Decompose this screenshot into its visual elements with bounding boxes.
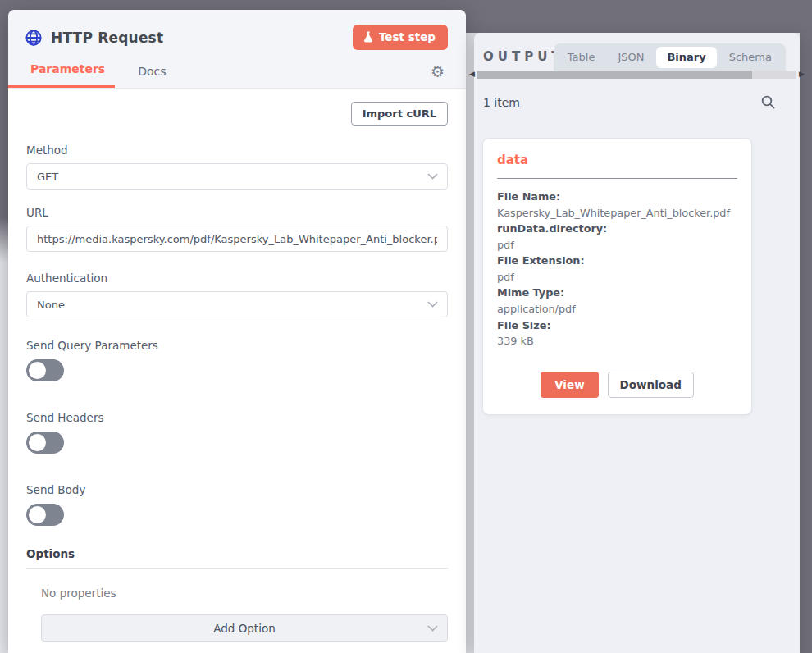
node-parameters-body: Import cURL Method GET URL Authenticatio…	[8, 89, 466, 653]
test-step-label: Test step	[379, 30, 436, 43]
toggle-knob	[29, 362, 46, 379]
send-query-parameters-label: Send Query Parameters	[26, 339, 448, 352]
method-value: GET	[37, 171, 58, 183]
globe-icon	[25, 29, 43, 47]
node-settings-panel: HTTP Request Test step Parameters Docs ⚙…	[8, 10, 466, 653]
meta-value: pdf	[497, 269, 737, 285]
options-heading: Options	[26, 547, 448, 569]
card-divider	[497, 178, 737, 179]
output-tab-binary[interactable]: Binary	[656, 47, 716, 68]
no-properties-text: No properties	[41, 587, 448, 600]
output-tab-json[interactable]: JSON	[607, 47, 655, 68]
node-title: HTTP Request	[51, 30, 163, 46]
url-input[interactable]	[26, 226, 448, 252]
scroll-right-arrow-icon[interactable]: ▶	[798, 71, 805, 78]
authentication-label: Authentication	[26, 272, 448, 285]
url-label: URL	[26, 206, 448, 219]
binary-meta-list: File Name: Kaspersky_Lab_Whitepaper_Anti…	[497, 189, 737, 349]
tab-parameters[interactable]: Parameters	[8, 62, 115, 88]
output-panel: OUTPUT Table JSON Binary Schema ◀ ▶ 1 it…	[474, 33, 800, 653]
node-tabs: Parameters Docs ⚙	[25, 62, 449, 88]
send-body-label: Send Body	[26, 483, 448, 496]
meta-value: Kaspersky_Lab_Whitepaper_Anti_blocker.pd…	[497, 205, 737, 221]
tab-docs[interactable]: Docs	[138, 65, 166, 88]
output-tab-table[interactable]: Table	[557, 47, 606, 68]
node-header: HTTP Request Test step Parameters Docs ⚙	[8, 10, 466, 89]
meta-value: 339 kB	[497, 333, 737, 349]
add-option-label: Add Option	[213, 622, 275, 635]
send-body-toggle[interactable]	[26, 504, 64, 526]
toggle-knob	[29, 434, 46, 451]
send-headers-label: Send Headers	[26, 411, 448, 424]
import-curl-button[interactable]: Import cURL	[351, 102, 448, 126]
meta-value: pdf	[497, 237, 737, 253]
test-step-button[interactable]: Test step	[353, 25, 448, 50]
chevron-down-icon	[427, 301, 438, 308]
search-icon[interactable]	[761, 95, 775, 109]
chevron-down-icon	[427, 625, 438, 632]
output-header: OUTPUT Table JSON Binary Schema	[474, 33, 800, 71]
method-select[interactable]: GET	[26, 163, 448, 190]
method-label: Method	[26, 144, 448, 157]
output-tab-schema[interactable]: Schema	[718, 47, 782, 68]
authentication-value: None	[37, 299, 65, 311]
items-count: 1 item	[483, 96, 520, 109]
binary-key-name: data	[497, 153, 737, 167]
meta-label: File Extension:	[497, 253, 737, 269]
backdrop-right-strip	[800, 0, 812, 653]
meta-label: File Size:	[497, 317, 737, 334]
add-option-button[interactable]: Add Option	[41, 614, 448, 642]
chevron-down-icon	[427, 173, 438, 180]
output-title: OUTPUT	[483, 49, 564, 64]
horizontal-scrollbar: ◀ ▶	[468, 69, 805, 80]
view-button[interactable]: View	[541, 372, 598, 398]
binary-data-card: data File Name: Kaspersky_Lab_Whitepaper…	[482, 138, 752, 415]
scrollbar-track[interactable]	[477, 71, 796, 79]
meta-label: runData.directory:	[497, 221, 737, 237]
send-query-parameters-toggle[interactable]	[26, 359, 64, 381]
scrollbar-thumb[interactable]	[477, 71, 752, 79]
authentication-select[interactable]: None	[26, 291, 448, 317]
meta-label: File Name:	[497, 189, 737, 205]
download-button[interactable]: Download	[608, 372, 694, 398]
meta-value: application/pdf	[497, 301, 737, 317]
backdrop-left-strip	[0, 0, 8, 271]
toggle-knob	[29, 506, 46, 523]
flask-icon	[363, 31, 373, 43]
meta-label: Mime Type:	[497, 285, 737, 301]
gear-icon[interactable]: ⚙	[431, 64, 445, 80]
scroll-left-arrow-icon[interactable]: ◀	[468, 71, 476, 78]
send-headers-toggle[interactable]	[26, 432, 64, 454]
